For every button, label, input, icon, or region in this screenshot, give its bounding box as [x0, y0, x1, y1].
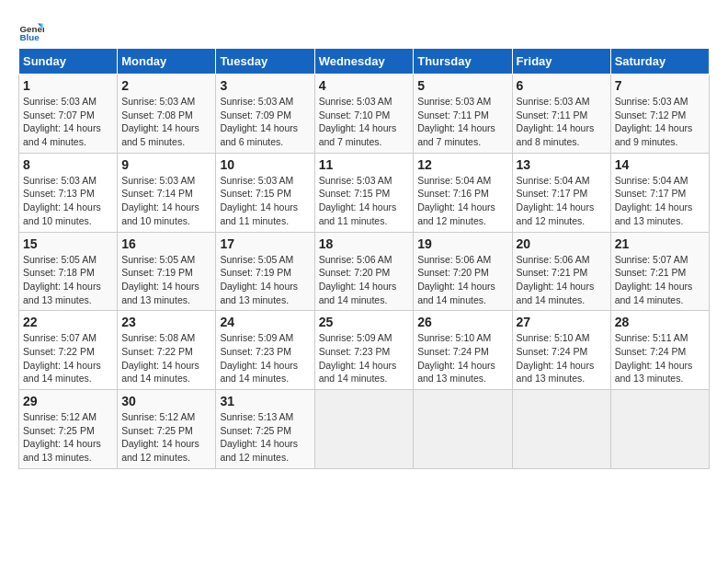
calendar-cell: 26 Sunrise: 5:10 AMSunset: 7:24 PMDaylig…	[414, 311, 512, 390]
day-number: 2	[121, 78, 211, 93]
day-number: 4	[319, 78, 410, 93]
calendar-cell: 13 Sunrise: 5:04 AMSunset: 7:17 PMDaylig…	[512, 153, 610, 232]
day-info: Sunrise: 5:03 AMSunset: 7:08 PMDaylight:…	[121, 96, 199, 147]
col-header-friday: Friday	[512, 49, 610, 75]
day-info: Sunrise: 5:04 AMSunset: 7:17 PMDaylight:…	[615, 175, 693, 226]
day-info: Sunrise: 5:10 AMSunset: 7:24 PMDaylight:…	[517, 332, 595, 384]
svg-text:Blue: Blue	[19, 32, 40, 42]
calendar-header-row: SundayMondayTuesdayWednesdayThursdayFrid…	[19, 49, 710, 75]
day-number: 12	[417, 157, 507, 172]
day-info: Sunrise: 5:09 AMSunset: 7:23 PMDaylight:…	[319, 332, 397, 384]
col-header-saturday: Saturday	[610, 49, 709, 75]
calendar-cell: 12 Sunrise: 5:04 AMSunset: 7:16 PMDaylig…	[414, 153, 512, 232]
day-info: Sunrise: 5:13 AMSunset: 7:25 PMDaylight:…	[220, 411, 298, 463]
day-number: 28	[615, 315, 705, 329]
calendar-cell: 16 Sunrise: 5:05 AMSunset: 7:19 PMDaylig…	[118, 232, 216, 311]
day-info: Sunrise: 5:03 AMSunset: 7:11 PMDaylight:…	[517, 96, 595, 147]
day-info: Sunrise: 5:06 AMSunset: 7:20 PMDaylight:…	[417, 254, 495, 305]
calendar-cell: 15 Sunrise: 5:05 AMSunset: 7:18 PMDaylig…	[19, 232, 118, 311]
calendar-cell: 31 Sunrise: 5:13 AMSunset: 7:25 PMDaylig…	[216, 390, 314, 469]
day-info: Sunrise: 5:03 AMSunset: 7:10 PMDaylight:…	[319, 96, 397, 147]
day-number: 27	[517, 315, 607, 329]
calendar-week-2: 15 Sunrise: 5:05 AMSunset: 7:18 PMDaylig…	[19, 232, 710, 311]
calendar-cell: 29 Sunrise: 5:12 AMSunset: 7:25 PMDaylig…	[19, 390, 118, 469]
col-header-sunday: Sunday	[19, 49, 118, 75]
calendar-cell: 9 Sunrise: 5:03 AMSunset: 7:14 PMDayligh…	[118, 153, 216, 232]
day-number: 11	[319, 157, 410, 172]
day-number: 31	[220, 394, 310, 408]
day-number: 29	[23, 394, 113, 408]
day-number: 13	[517, 157, 607, 172]
logo-icon: General Blue	[18, 18, 44, 44]
day-info: Sunrise: 5:04 AMSunset: 7:16 PMDaylight:…	[417, 175, 495, 226]
day-info: Sunrise: 5:11 AMSunset: 7:24 PMDaylight:…	[615, 332, 693, 384]
calendar-cell	[512, 390, 610, 469]
day-info: Sunrise: 5:09 AMSunset: 7:23 PMDaylight:…	[220, 332, 298, 384]
day-number: 15	[23, 236, 113, 251]
page-header: General Blue	[18, 18, 710, 44]
calendar-cell: 7 Sunrise: 5:03 AMSunset: 7:12 PMDayligh…	[610, 75, 709, 154]
calendar-cell	[414, 390, 512, 469]
calendar-table: SundayMondayTuesdayWednesdayThursdayFrid…	[18, 48, 710, 469]
calendar-cell	[610, 390, 709, 469]
day-number: 7	[615, 78, 705, 93]
day-info: Sunrise: 5:10 AMSunset: 7:24 PMDaylight:…	[417, 332, 495, 384]
day-info: Sunrise: 5:03 AMSunset: 7:14 PMDaylight:…	[121, 175, 199, 226]
day-number: 25	[319, 315, 410, 329]
day-number: 22	[23, 315, 113, 329]
day-info: Sunrise: 5:03 AMSunset: 7:13 PMDaylight:…	[23, 175, 101, 226]
day-info: Sunrise: 5:03 AMSunset: 7:15 PMDaylight:…	[220, 175, 298, 226]
day-number: 30	[121, 394, 211, 408]
day-number: 10	[220, 157, 310, 172]
day-number: 8	[23, 157, 113, 172]
day-info: Sunrise: 5:12 AMSunset: 7:25 PMDaylight:…	[23, 411, 101, 463]
calendar-cell: 25 Sunrise: 5:09 AMSunset: 7:23 PMDaylig…	[314, 311, 414, 390]
day-number: 23	[121, 315, 211, 329]
day-info: Sunrise: 5:03 AMSunset: 7:12 PMDaylight:…	[615, 96, 693, 147]
day-info: Sunrise: 5:07 AMSunset: 7:22 PMDaylight:…	[23, 332, 101, 384]
col-header-thursday: Thursday	[414, 49, 512, 75]
calendar-cell: 1 Sunrise: 5:03 AMSunset: 7:07 PMDayligh…	[19, 75, 118, 154]
calendar-week-0: 1 Sunrise: 5:03 AMSunset: 7:07 PMDayligh…	[19, 75, 710, 154]
day-number: 21	[615, 236, 705, 251]
day-info: Sunrise: 5:06 AMSunset: 7:20 PMDaylight:…	[319, 254, 397, 305]
calendar-cell: 14 Sunrise: 5:04 AMSunset: 7:17 PMDaylig…	[610, 153, 709, 232]
calendar-cell: 28 Sunrise: 5:11 AMSunset: 7:24 PMDaylig…	[610, 311, 709, 390]
day-number: 3	[220, 78, 310, 93]
day-info: Sunrise: 5:05 AMSunset: 7:18 PMDaylight:…	[23, 254, 101, 305]
calendar-week-3: 22 Sunrise: 5:07 AMSunset: 7:22 PMDaylig…	[19, 311, 710, 390]
col-header-monday: Monday	[118, 49, 216, 75]
day-info: Sunrise: 5:03 AMSunset: 7:09 PMDaylight:…	[220, 96, 298, 147]
calendar-cell: 30 Sunrise: 5:12 AMSunset: 7:25 PMDaylig…	[118, 390, 216, 469]
calendar-cell: 4 Sunrise: 5:03 AMSunset: 7:10 PMDayligh…	[314, 75, 414, 154]
calendar-cell: 6 Sunrise: 5:03 AMSunset: 7:11 PMDayligh…	[512, 75, 610, 154]
calendar-cell: 10 Sunrise: 5:03 AMSunset: 7:15 PMDaylig…	[216, 153, 314, 232]
day-info: Sunrise: 5:03 AMSunset: 7:07 PMDaylight:…	[23, 96, 101, 147]
day-number: 18	[319, 236, 410, 251]
calendar-cell: 27 Sunrise: 5:10 AMSunset: 7:24 PMDaylig…	[512, 311, 610, 390]
calendar-cell: 21 Sunrise: 5:07 AMSunset: 7:21 PMDaylig…	[610, 232, 709, 311]
day-number: 26	[417, 315, 507, 329]
calendar-body: 1 Sunrise: 5:03 AMSunset: 7:07 PMDayligh…	[19, 75, 710, 469]
day-number: 14	[615, 157, 705, 172]
logo: General Blue	[18, 18, 48, 44]
calendar-cell: 3 Sunrise: 5:03 AMSunset: 7:09 PMDayligh…	[216, 75, 314, 154]
day-number: 1	[23, 78, 113, 93]
day-number: 5	[417, 78, 507, 93]
calendar-cell: 24 Sunrise: 5:09 AMSunset: 7:23 PMDaylig…	[216, 311, 314, 390]
day-info: Sunrise: 5:07 AMSunset: 7:21 PMDaylight:…	[615, 254, 693, 305]
day-number: 17	[220, 236, 310, 251]
col-header-tuesday: Tuesday	[216, 49, 314, 75]
calendar-cell: 11 Sunrise: 5:03 AMSunset: 7:15 PMDaylig…	[314, 153, 414, 232]
day-number: 6	[517, 78, 607, 93]
day-info: Sunrise: 5:03 AMSunset: 7:15 PMDaylight:…	[319, 175, 397, 226]
calendar-cell: 23 Sunrise: 5:08 AMSunset: 7:22 PMDaylig…	[118, 311, 216, 390]
calendar-cell: 20 Sunrise: 5:06 AMSunset: 7:21 PMDaylig…	[512, 232, 610, 311]
calendar-cell: 5 Sunrise: 5:03 AMSunset: 7:11 PMDayligh…	[414, 75, 512, 154]
day-info: Sunrise: 5:03 AMSunset: 7:11 PMDaylight:…	[417, 96, 495, 147]
day-info: Sunrise: 5:06 AMSunset: 7:21 PMDaylight:…	[517, 254, 595, 305]
calendar-cell: 22 Sunrise: 5:07 AMSunset: 7:22 PMDaylig…	[19, 311, 118, 390]
day-number: 19	[417, 236, 507, 251]
day-number: 20	[517, 236, 607, 251]
calendar-cell: 19 Sunrise: 5:06 AMSunset: 7:20 PMDaylig…	[414, 232, 512, 311]
